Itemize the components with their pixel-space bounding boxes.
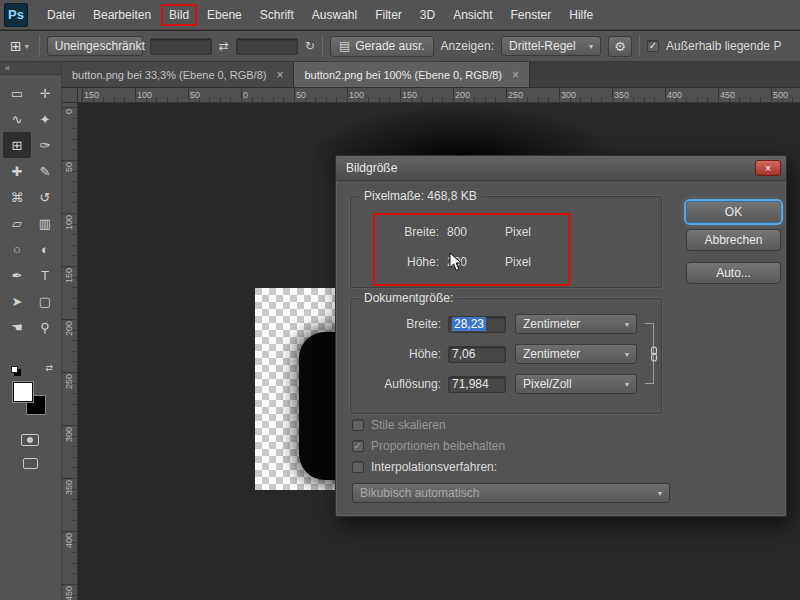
ruler-label: 50 <box>64 162 74 172</box>
lasso-tool[interactable]: ∿ <box>3 106 31 132</box>
tool-list: ▭ ✛ ∿ ✦ ⊞ ✑ ✚ ✎ ⌘ ↺ <box>3 80 59 340</box>
collapse-panel-icon[interactable]: « <box>0 62 61 75</box>
rectangular-marquee-tool[interactable]: ▭ <box>3 80 31 106</box>
interpolation-dropdown[interactable]: Bikubisch automatisch ▾ <box>352 483 670 503</box>
tool-icon: ✦ <box>40 112 51 127</box>
close-icon[interactable]: × <box>512 68 519 82</box>
doc-width-input[interactable]: 28,23 <box>448 316 506 333</box>
width-unit: Pixel <box>505 225 531 239</box>
shape-tool[interactable]: ▢ <box>31 288 59 314</box>
constrain-proportions-checkbox[interactable]: ✓ <box>352 440 364 452</box>
tab-button2-png[interactable]: button2.png bei 100% (Ebene 0, RGB/8) × <box>294 62 530 87</box>
straighten-label: Gerade ausr. <box>355 39 424 53</box>
healing-brush-tool[interactable]: ✚ <box>3 158 31 184</box>
menu-hilfe[interactable]: Hilfe <box>560 4 602 26</box>
path-selection-tool[interactable]: ➤ <box>3 288 31 314</box>
dialog-titlebar[interactable]: Bildgröße <box>336 156 786 181</box>
overlay-dropdown[interactable]: Drittel-Regel ▾ <box>501 36 601 56</box>
quick-mask-icon[interactable] <box>21 434 39 446</box>
tab-button-png[interactable]: button.png bei 33,3% (Ebene 0, RGB/8) × <box>62 62 294 87</box>
ok-button[interactable]: OK <box>686 201 781 223</box>
type-tool[interactable]: T <box>31 262 59 288</box>
doc-height-input[interactable]: 7,06 <box>448 346 506 363</box>
divider <box>39 35 40 57</box>
menu-filter[interactable]: Filter <box>366 4 411 26</box>
tool-icon: ☚ <box>11 320 23 335</box>
brush-tool[interactable]: ✎ <box>31 158 59 184</box>
cancel-button[interactable]: Abbrechen <box>686 229 781 251</box>
ruler-label: 350 <box>64 480 74 495</box>
gradient-tool[interactable]: ▥ <box>31 210 59 236</box>
pixel-dimensions-heading: Pixelmaße: 468,8 KB <box>359 189 482 203</box>
ruler-label: 300 <box>561 90 576 100</box>
dialog-close-button[interactable]: × <box>755 160 781 176</box>
blur-tool[interactable]: ○ <box>3 236 31 262</box>
resample-checkbox[interactable] <box>352 461 364 473</box>
menu-schrift[interactable]: Schrift <box>251 4 303 26</box>
current-tool-button[interactable]: ⊞ ▾ <box>7 36 32 56</box>
move-tool[interactable]: ✛ <box>31 80 59 106</box>
divider <box>322 35 323 57</box>
ruler-label: 150 <box>64 268 74 283</box>
scale-styles-checkbox[interactable] <box>352 419 364 431</box>
swap-colors-icon[interactable]: ⇄ <box>45 363 53 373</box>
dialog-title: Bildgröße <box>346 161 397 175</box>
swap-dimensions-icon[interactable]: ⇄ <box>219 39 229 53</box>
default-colors-icon[interactable] <box>11 366 18 373</box>
height-label: Höhe: <box>359 255 439 269</box>
unit-value: Pixel/Zoll <box>523 377 572 391</box>
pixel-height-row: Höhe: 200 Pixel <box>359 253 531 271</box>
resolution-input[interactable]: 71,984 <box>448 376 506 393</box>
ruler-label: 150 <box>402 90 417 100</box>
ruler-label: 100 <box>349 90 364 100</box>
zoom-tool[interactable]: ⚲ <box>31 314 59 340</box>
quick-selection-tool[interactable]: ✦ <box>31 106 59 132</box>
tool-icon: ⌘ <box>11 190 24 205</box>
clone-stamp-tool[interactable]: ⌘ <box>3 184 31 210</box>
tool-icon: ⚲ <box>40 320 50 335</box>
straighten-button[interactable]: ▤ Gerade ausr. <box>330 36 434 57</box>
vertical-ruler: 050100150200250300350400450 <box>62 103 78 600</box>
menu-bearbeiten[interactable]: Bearbeiten <box>84 4 160 26</box>
doc-width-unit-dropdown[interactable]: Zentimeter ▾ <box>515 314 637 334</box>
tool-icon: ∿ <box>12 112 23 127</box>
options-bar: ⊞ ▾ Uneingeschränkt ▾ ⇄ ↻ ▤ Gerade ausr.… <box>0 31 800 62</box>
menu-fenster[interactable]: Fenster <box>502 4 561 26</box>
foreground-color-swatch[interactable] <box>13 382 33 402</box>
menu-datei[interactable]: Datei <box>38 4 84 26</box>
screen-mode-icon[interactable] <box>23 458 38 469</box>
close-icon[interactable]: × <box>276 68 283 82</box>
eraser-tool[interactable]: ▱ <box>3 210 31 236</box>
crop-options-button[interactable]: ⚙ <box>608 36 632 57</box>
crop-height-input[interactable] <box>236 38 298 55</box>
crop-preset-dropdown[interactable]: Uneingeschränkt ▾ <box>47 36 143 56</box>
menu-3d[interactable]: 3D <box>411 4 444 26</box>
tool-icon: ⊞ <box>12 138 23 153</box>
resample-row: Interpolationsverfahren: <box>352 460 497 474</box>
tool-icon: ▱ <box>12 216 22 231</box>
crop-width-input[interactable] <box>150 38 212 55</box>
width-label: Breite: <box>359 225 439 239</box>
menu-bild[interactable]: Bild <box>161 4 197 26</box>
menu-ansicht[interactable]: Ansicht <box>444 4 501 26</box>
crop-tool[interactable]: ⊞ <box>3 132 31 158</box>
resolution-unit-dropdown[interactable]: Pixel/Zoll ▾ <box>515 374 637 394</box>
document-size-heading: Dokumentgröße: <box>359 291 458 305</box>
pen-tool[interactable]: ✒ <box>3 262 31 288</box>
tool-icon: ↺ <box>40 190 51 205</box>
dodge-tool[interactable]: ◐ <box>31 236 59 262</box>
hand-tool[interactable]: ☚ <box>3 314 31 340</box>
doc-height-unit-dropdown[interactable]: Zentimeter ▾ <box>515 344 637 364</box>
resolution-label: Auflösung: <box>359 377 441 391</box>
delete-cropped-checkbox[interactable]: ✓ <box>647 40 659 52</box>
history-brush-tool[interactable]: ↺ <box>31 184 59 210</box>
pixel-dimensions-group: Pixelmaße: 468,8 KB Breite: 800 Pixel Hö… <box>350 196 662 288</box>
rotate-crop-icon[interactable]: ↻ <box>305 39 315 53</box>
menu-auswahl[interactable]: Auswahl <box>303 4 366 26</box>
menu-ebene[interactable]: Ebene <box>198 4 251 26</box>
tool-icon: ○ <box>13 242 21 257</box>
auto-button[interactable]: Auto... <box>686 262 781 284</box>
eyedropper-tool[interactable]: ✑ <box>31 132 59 158</box>
resolution-row: Auflösung: 71,984 Pixel/Zoll ▾ <box>359 374 637 394</box>
constrain-proportions-row: ✓ Proportionen beibehalten <box>352 439 505 453</box>
